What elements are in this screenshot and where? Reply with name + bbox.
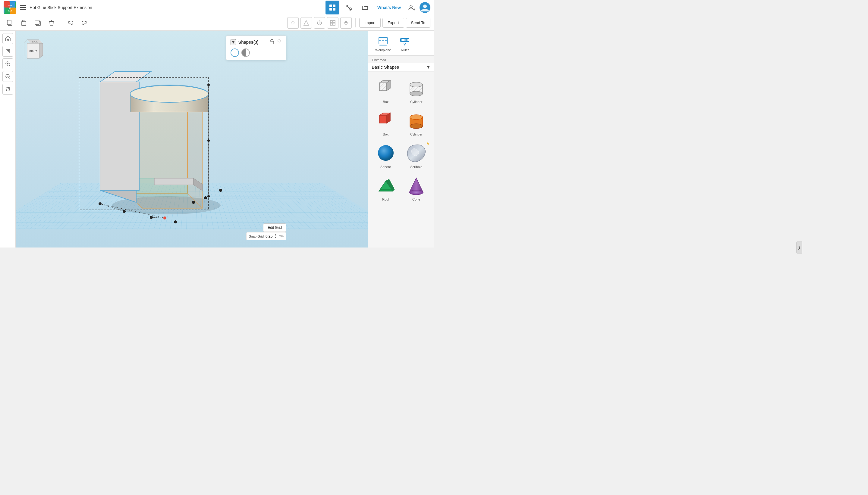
delete-button[interactable] — [45, 17, 58, 29]
box-red-preview — [375, 109, 397, 131]
tinkercad-logo[interactable]: TINK ER CAD — [4, 1, 16, 14]
shapes-grid: Box Cylinder — [368, 72, 434, 207]
snap-increment-button[interactable]: ▲ — [274, 234, 277, 236]
send-to-button[interactable]: Send To — [406, 18, 430, 28]
snap-grid-value: 0.25 — [265, 234, 273, 238]
shapes-library-header: Tinkercad — [368, 56, 434, 63]
align-icon — [343, 20, 349, 26]
tools-button[interactable] — [342, 1, 356, 15]
shape-item-cylinder-gray[interactable]: Cylinder — [402, 75, 431, 105]
svg-text:TINK: TINK — [8, 4, 12, 6]
svg-point-19 — [423, 4, 427, 8]
sphere-svg — [376, 143, 396, 163]
hole-shape-selector[interactable] — [241, 49, 250, 57]
snap-grid-control: Snap Grid 0.25 ▲ ▼ mm — [246, 232, 286, 240]
snap-decrement-button[interactable]: ▼ — [274, 236, 277, 239]
shapes-lock-button[interactable] — [269, 39, 275, 46]
ruler-tool[interactable]: Ruler — [396, 34, 413, 54]
right-panel-header: Workplane Ruler — [368, 31, 434, 56]
redo-button[interactable] — [78, 17, 91, 29]
menu-icon[interactable] — [20, 5, 26, 10]
shape-item-cone[interactable]: Cone — [402, 173, 431, 203]
paste-button[interactable] — [17, 17, 30, 29]
svg-rect-21 — [7, 20, 11, 25]
library-category-label: Tinkercad — [372, 58, 386, 62]
cone-label: Cone — [412, 198, 420, 201]
snap-value-arrows[interactable]: ▲ ▼ — [274, 234, 277, 239]
circle-view-button[interactable] — [314, 17, 325, 29]
fit-to-screen-button[interactable] — [2, 46, 13, 57]
svg-rect-65 — [379, 45, 387, 46]
edit-grid-button[interactable]: Edit Grid — [263, 223, 286, 232]
snap-unit-label: mm — [278, 235, 284, 238]
shape-item-roof[interactable]: Roof — [372, 173, 400, 203]
shapes-panel-collapse-button[interactable]: ▼ — [231, 39, 236, 45]
shapes-panel-header: ▼ Shapes(3) — [231, 39, 282, 46]
library-selector[interactable]: Basic Shapes ▼ — [368, 63, 434, 72]
import-button[interactable]: Import — [359, 18, 381, 28]
svg-point-86 — [410, 115, 423, 120]
shape-icon — [303, 20, 309, 26]
shape-item-box-gray[interactable]: Box — [372, 75, 400, 105]
whats-new-button[interactable]: What's New — [374, 3, 404, 12]
rotate-view-button[interactable] — [2, 84, 13, 95]
workplane-tool[interactable]: Workplane — [372, 34, 394, 54]
library-name-label: Basic Shapes — [372, 65, 399, 70]
svg-point-85 — [410, 124, 423, 129]
svg-rect-25 — [35, 20, 39, 24]
shape-item-cylinder-orange[interactable]: Cylinder — [402, 108, 431, 138]
home-view-button[interactable] — [2, 33, 13, 44]
zoom-in-button[interactable] — [2, 58, 13, 69]
3d-viewport[interactable]: RIGHT BACK ▼ Shapes(3) — [16, 31, 368, 248]
ruler-icon — [399, 36, 410, 47]
user-avatar-button[interactable] — [420, 2, 430, 13]
shapes-panel: ▼ Shapes(3) — [226, 36, 286, 60]
shape-item-box-red[interactable]: Box — [372, 108, 400, 138]
svg-marker-40 — [344, 20, 348, 23]
delete-icon — [48, 20, 55, 26]
svg-line-46 — [9, 65, 10, 66]
svg-rect-23 — [22, 20, 25, 22]
cylinder-orange-label: Cylinder — [410, 133, 422, 136]
grid-icon — [329, 4, 336, 11]
duplicate-button[interactable] — [31, 17, 44, 29]
sphere-label: Sphere — [380, 165, 391, 169]
align-button[interactable] — [340, 17, 352, 29]
export-button[interactable]: Export — [382, 18, 404, 28]
shapes-light-button[interactable] — [276, 39, 282, 46]
zoom-out-button[interactable] — [2, 71, 13, 82]
svg-rect-22 — [22, 21, 26, 25]
add-user-icon — [408, 4, 415, 11]
svg-line-50 — [9, 78, 10, 79]
svg-point-30 — [293, 24, 293, 25]
top-navigation: TINK ER CAD Hot Glue Stick Support Exten… — [0, 0, 434, 15]
view-cube[interactable]: RIGHT BACK — [21, 37, 42, 58]
grid-view-button[interactable] — [326, 1, 339, 15]
shape-view-button[interactable] — [300, 17, 312, 29]
add-user-button[interactable] — [406, 2, 417, 13]
svg-point-28 — [292, 22, 294, 24]
group-button[interactable] — [327, 17, 339, 29]
sphere-preview — [375, 142, 397, 164]
copy-button[interactable] — [4, 17, 16, 29]
copy-icon — [6, 20, 13, 26]
folder-button[interactable] — [358, 1, 372, 15]
right-panel: Workplane Ruler Tinkercad Basic — [368, 31, 434, 248]
box-red-label: Box — [383, 133, 389, 136]
light-icon — [290, 20, 296, 26]
light-view-button[interactable] — [287, 17, 299, 29]
star-badge: ★ — [426, 141, 430, 146]
svg-rect-38 — [333, 23, 335, 25]
svg-text:ER: ER — [9, 7, 12, 9]
solid-shape-selector[interactable] — [231, 49, 239, 57]
svg-rect-13 — [333, 8, 335, 11]
shape-item-sphere[interactable]: Sphere — [372, 140, 400, 170]
svg-rect-58 — [270, 41, 274, 44]
bulb-icon — [276, 39, 282, 44]
svg-rect-43 — [6, 49, 10, 53]
circle-icon — [316, 20, 323, 26]
svg-point-31 — [291, 22, 292, 23]
shape-item-scribble[interactable]: Scribble ★ — [402, 140, 431, 170]
svg-point-92 — [409, 190, 423, 195]
undo-button[interactable] — [64, 17, 77, 29]
